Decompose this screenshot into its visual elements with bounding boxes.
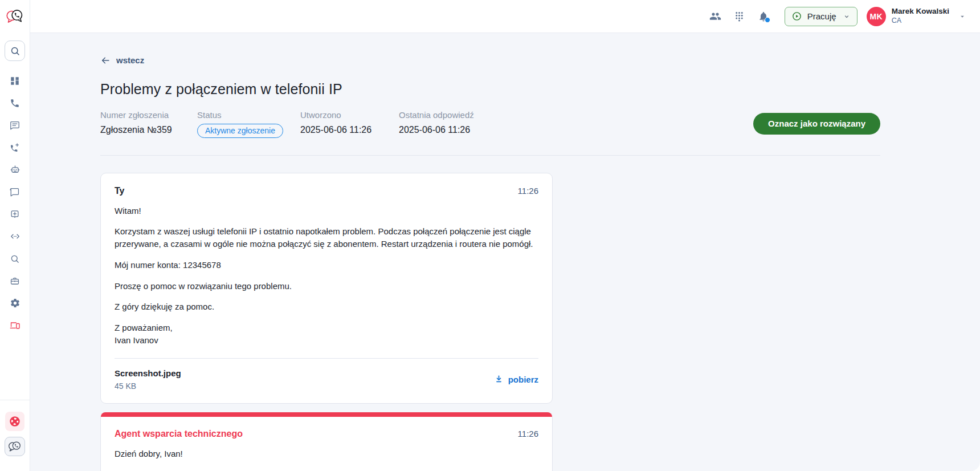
message-paragraph: Mój numer konta: 12345678 (115, 259, 538, 271)
user-name: Marek Kowalski (892, 7, 949, 17)
dialpad-button[interactable] (728, 5, 752, 28)
signature-line: Ivan Ivanov (115, 334, 538, 347)
back-label: wstecz (116, 55, 144, 65)
sidebar-item-search[interactable] (3, 247, 26, 270)
ticket-page: wstecz Problemy z połączeniem w telefoni… (30, 33, 980, 471)
sidebar-item-dashboard[interactable] (3, 70, 26, 92)
app-window: Pracuję MK Marek Kowalski CA wstecz Prob… (0, 0, 980, 471)
briefcase-icon (10, 276, 20, 286)
page-title: Problemy z połączeniem w telefonii IP (100, 81, 880, 98)
settings-icon (10, 298, 21, 308)
sidebar-bottom (0, 400, 30, 471)
phone-widget-icon (8, 440, 22, 453)
sidebar-item-calls[interactable] (3, 92, 26, 114)
message-time: 11:26 (518, 186, 538, 196)
help-center-button[interactable] (5, 412, 24, 431)
app-logo[interactable] (0, 0, 30, 33)
meta-value: 2025-06-06 11:26 (399, 125, 474, 135)
download-link[interactable]: pobierz (494, 375, 538, 384)
chat-icon (10, 187, 20, 197)
sidebar-item-messages[interactable] (3, 114, 26, 136)
agent-accent-bar (101, 412, 552, 417)
sidebar-search-button[interactable] (5, 40, 25, 61)
sidebar-item-integrations[interactable] (3, 225, 26, 247)
download-icon (494, 375, 504, 384)
sidebar-item-workspace[interactable] (3, 270, 26, 292)
arrow-left-icon (100, 56, 111, 65)
message-signature: Z poważaniem, Ivan Ivanov (115, 322, 538, 347)
user-meta: Marek Kowalski CA (892, 7, 949, 26)
signature-line: Z poważaniem, (115, 322, 538, 334)
message-paragraph: Witam! (115, 205, 538, 217)
meta-last-reply: Ostatnia odpowiedź 2025-06-06 11:26 (399, 110, 474, 140)
code-icon (10, 231, 21, 242)
message-paragraph: Proszę o pomoc w rozwiązaniu tego proble… (115, 280, 538, 293)
message-time: 11:26 (518, 429, 538, 438)
notifications-button[interactable] (752, 5, 775, 28)
dashboard-icon (10, 76, 20, 86)
status-label: Pracuję (807, 11, 836, 21)
mark-resolved-button[interactable]: Oznacz jako rozwiązany (753, 113, 880, 135)
message-author: Ty (115, 186, 124, 196)
dialpad-icon (734, 11, 745, 22)
meta-label: Numer zgłoszenia (100, 110, 197, 120)
sidebar-item-chats[interactable] (3, 181, 26, 203)
message-header: Ty 11:26 (115, 186, 538, 196)
robot-icon (10, 164, 21, 175)
message-card-customer: Ty 11:26 Witam! Korzystam z waszej usług… (100, 173, 553, 404)
meta-value: 2025-06-06 11:26 (300, 125, 399, 135)
devices-icon (9, 320, 21, 331)
avatar: MK (867, 7, 886, 26)
back-link[interactable]: wstecz (100, 55, 144, 65)
attachment-info: Screenshot.jpeg 45 KB (115, 368, 181, 391)
lifebuoy-icon (9, 415, 21, 428)
sidebar-item-devices[interactable] (3, 314, 26, 336)
chevron-down-icon (843, 13, 850, 20)
sidebar-item-settings[interactable] (3, 292, 26, 314)
message-card-agent: Agent wsparcia technicznego 11:26 Dzień … (100, 412, 553, 471)
meta-ticket-number: Numer zgłoszenia Zgłoszenia №359 (100, 110, 197, 140)
meta-label: Utworzono (300, 110, 399, 120)
sidebar-item-widgets[interactable] (3, 203, 26, 225)
header-divider (100, 155, 880, 156)
topbar: Pracuję MK Marek Kowalski CA (30, 0, 980, 33)
play-icon (791, 11, 802, 22)
meta-label: Ostatnia odpowiedź (399, 110, 474, 120)
message-header: Agent wsparcia technicznego 11:26 (115, 429, 538, 439)
ticket-meta: Numer zgłoszenia Zgłoszenia №359 Status … (100, 110, 880, 140)
chat-lines-icon (10, 120, 20, 131)
message-paragraph: Dziękujemy za kontakt. (115, 468, 538, 471)
softphone-widget-button[interactable] (5, 437, 25, 456)
widget-add-icon (10, 209, 20, 220)
sidebar-nav (3, 70, 26, 336)
message-author: Agent wsparcia technicznego (115, 429, 243, 439)
phone-add-icon (10, 143, 20, 153)
phone-icon (10, 98, 20, 108)
status-badge: Aktywne zgłoszenie (197, 124, 283, 138)
phone-chat-logo-icon (6, 8, 24, 25)
message-paragraph: Dzień dobry, Ivan! (115, 448, 538, 460)
search-icon (10, 46, 21, 56)
sidebar (0, 0, 30, 471)
meta-status: Status Aktywne zgłoszenie (197, 110, 300, 140)
user-role: CA (892, 17, 949, 26)
sidebar-item-bots[interactable] (3, 159, 26, 181)
meta-label: Status (197, 110, 300, 120)
attachment-filesize: 45 KB (115, 381, 181, 391)
agents-icon (709, 10, 721, 22)
sidebar-item-new-call[interactable] (3, 136, 26, 159)
attachment-filename: Screenshot.jpeg (115, 368, 181, 378)
status-dropdown[interactable]: Pracuję (785, 7, 858, 26)
user-menu[interactable]: MK Marek Kowalski CA (867, 7, 966, 26)
meta-created: Utworzono 2025-06-06 11:26 (300, 110, 399, 140)
chevron-down-icon (958, 13, 966, 21)
agents-button[interactable] (704, 5, 728, 28)
message-paragraph: Korzystam z waszej usługi telefonii IP i… (115, 225, 538, 250)
notification-badge (765, 17, 770, 23)
download-label: pobierz (508, 375, 538, 384)
message-thread: Ty 11:26 Witam! Korzystam z waszej usług… (100, 173, 880, 471)
search-icon (10, 254, 20, 264)
meta-value: Zgłoszenia №359 (100, 125, 197, 135)
attachment-divider (115, 358, 538, 359)
attachment-row: Screenshot.jpeg 45 KB pobierz (115, 368, 538, 391)
